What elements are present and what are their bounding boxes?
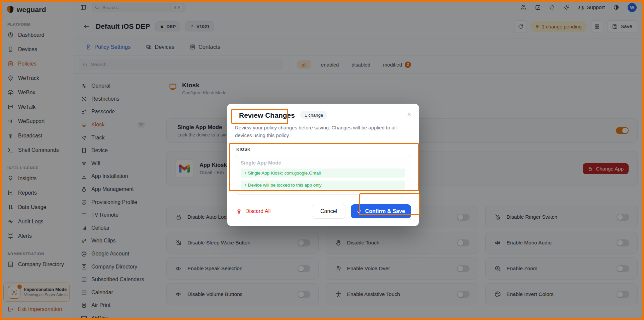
change-group-label: Single App Mode [241,160,405,166]
change-item: + Single App Kiosk: com.google.Gmail [241,169,405,178]
modal-section-label: KIOSK [235,147,411,152]
change-group-card: Single App Mode + Single App Kiosk: com.… [235,155,411,195]
cancel-button[interactable]: Cancel [312,204,345,219]
change-item: + Device will be locked to this app only [241,181,405,190]
modal-title: Review Changes [235,111,295,119]
modal-description: Review your policy changes before saving… [235,124,408,139]
check-icon [357,209,362,214]
confirm-save-label: Confirm & Save [365,208,405,214]
trash-icon [236,209,242,214]
change-count-badge: 1 change [300,111,328,119]
review-changes-modal: Review Changes 1 change × Review your po… [227,104,419,226]
confirm-save-button[interactable]: Confirm & Save [351,204,411,218]
discard-all-button[interactable]: Discard All [235,208,271,214]
close-icon[interactable]: × [407,111,411,118]
discard-all-label: Discard All [245,208,271,214]
change-list: + Single App Kiosk: com.google.Gmail+ De… [241,169,405,190]
